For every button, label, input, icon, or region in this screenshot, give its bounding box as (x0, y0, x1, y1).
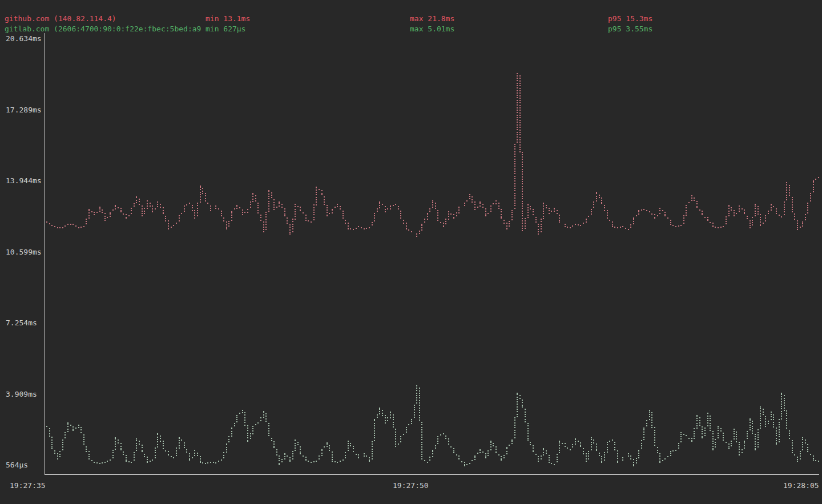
latency-chart-canvas (0, 0, 822, 504)
gping-terminal-screen: github.com (140.82.114.4) min 13.1ms max… (0, 0, 822, 504)
